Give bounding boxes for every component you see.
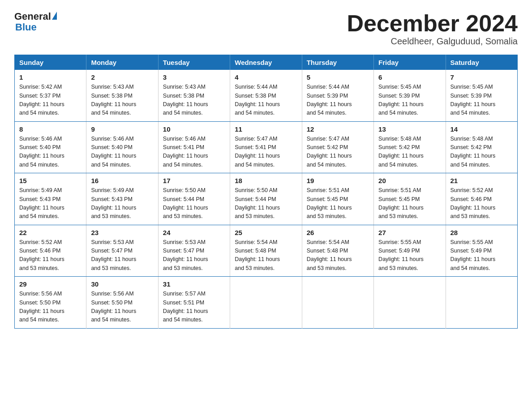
day-info: Sunrise: 5:46 AMSunset: 5:40 PMDaylight:… (19, 136, 64, 168)
day-number: 10 (163, 125, 225, 133)
day-info: Sunrise: 5:51 AMSunset: 5:45 PMDaylight:… (307, 187, 352, 219)
day-number: 17 (163, 177, 225, 184)
day-info: Sunrise: 5:43 AMSunset: 5:38 PMDaylight:… (91, 84, 136, 116)
logo-general-text: General (14, 11, 51, 22)
calendar-week-row: 29 Sunrise: 5:56 AMSunset: 5:50 PMDaylig… (15, 277, 518, 329)
calendar-day-header: Wednesday (230, 55, 302, 70)
logo-triangle-icon (52, 12, 57, 20)
calendar-day-cell: 22 Sunrise: 5:52 AMSunset: 5:46 PMDaylig… (15, 225, 86, 277)
day-info: Sunrise: 5:42 AMSunset: 5:37 PMDaylight:… (19, 84, 64, 116)
calendar-day-cell: 8 Sunrise: 5:46 AMSunset: 5:40 PMDayligh… (15, 121, 86, 173)
calendar-day-cell: 16 Sunrise: 5:49 AMSunset: 5:43 PMDaylig… (86, 173, 158, 225)
day-number: 5 (307, 73, 369, 81)
day-number: 23 (91, 229, 153, 236)
day-info: Sunrise: 5:44 AMSunset: 5:39 PMDaylight:… (307, 84, 352, 116)
day-number: 6 (378, 73, 441, 81)
calendar-day-cell: 12 Sunrise: 5:47 AMSunset: 5:42 PMDaylig… (302, 121, 373, 173)
calendar-day-cell: 25 Sunrise: 5:54 AMSunset: 5:48 PMDaylig… (230, 225, 302, 277)
day-number: 1 (19, 73, 82, 81)
day-info: Sunrise: 5:46 AMSunset: 5:41 PMDaylight:… (163, 136, 208, 168)
calendar-day-cell: 28 Sunrise: 5:55 AMSunset: 5:49 PMDaylig… (446, 225, 517, 277)
page-subtitle: Ceeldheer, Galguduud, Somalia (347, 36, 518, 47)
calendar-day-cell: 14 Sunrise: 5:48 AMSunset: 5:42 PMDaylig… (446, 121, 517, 173)
calendar-day-cell: 3 Sunrise: 5:43 AMSunset: 5:38 PMDayligh… (158, 70, 230, 121)
calendar-day-header: Tuesday (158, 55, 230, 70)
day-number: 25 (235, 229, 297, 236)
day-number: 13 (378, 125, 441, 133)
day-info: Sunrise: 5:55 AMSunset: 5:49 PMDaylight:… (450, 239, 496, 271)
day-number: 9 (91, 125, 153, 133)
day-info: Sunrise: 5:57 AMSunset: 5:51 PMDaylight:… (163, 291, 208, 323)
calendar-day-header: Sunday (15, 55, 86, 70)
day-number: 24 (163, 229, 225, 236)
calendar-day-cell (302, 277, 373, 329)
day-info: Sunrise: 5:44 AMSunset: 5:38 PMDaylight:… (235, 84, 280, 116)
day-number: 26 (307, 229, 369, 236)
day-number: 19 (307, 177, 369, 184)
day-number: 27 (378, 229, 441, 236)
day-number: 11 (235, 125, 297, 133)
logo-blue-text: Blue (15, 22, 37, 32)
day-info: Sunrise: 5:52 AMSunset: 5:46 PMDaylight:… (19, 239, 64, 271)
day-info: Sunrise: 5:53 AMSunset: 5:47 PMDaylight:… (91, 239, 136, 271)
calendar-day-cell: 23 Sunrise: 5:53 AMSunset: 5:47 PMDaylig… (86, 225, 158, 277)
day-info: Sunrise: 5:46 AMSunset: 5:40 PMDaylight:… (91, 136, 136, 168)
day-info: Sunrise: 5:56 AMSunset: 5:50 PMDaylight:… (91, 291, 136, 323)
day-number: 21 (450, 177, 513, 184)
calendar-day-cell: 26 Sunrise: 5:54 AMSunset: 5:48 PMDaylig… (302, 225, 373, 277)
day-info: Sunrise: 5:47 AMSunset: 5:42 PMDaylight:… (307, 136, 352, 168)
calendar-day-cell: 15 Sunrise: 5:49 AMSunset: 5:43 PMDaylig… (15, 173, 86, 225)
calendar-day-cell: 18 Sunrise: 5:50 AMSunset: 5:44 PMDaylig… (230, 173, 302, 225)
day-number: 7 (450, 73, 513, 81)
calendar-day-cell: 4 Sunrise: 5:44 AMSunset: 5:38 PMDayligh… (230, 70, 302, 121)
calendar-day-cell: 19 Sunrise: 5:51 AMSunset: 5:45 PMDaylig… (302, 173, 373, 225)
day-number: 15 (19, 177, 82, 184)
calendar-day-header: Monday (86, 55, 158, 70)
calendar-header-row: SundayMondayTuesdayWednesdayThursdayFrid… (15, 55, 518, 70)
calendar-day-cell: 30 Sunrise: 5:56 AMSunset: 5:50 PMDaylig… (86, 277, 158, 329)
day-number: 3 (163, 73, 225, 81)
day-info: Sunrise: 5:45 AMSunset: 5:39 PMDaylight:… (450, 84, 496, 116)
title-block: December 2024 Ceeldheer, Galguduud, Soma… (347, 11, 518, 47)
day-info: Sunrise: 5:49 AMSunset: 5:43 PMDaylight:… (19, 187, 64, 219)
calendar-header: SundayMondayTuesdayWednesdayThursdayFrid… (15, 55, 518, 70)
day-number: 20 (378, 177, 441, 184)
day-info: Sunrise: 5:47 AMSunset: 5:41 PMDaylight:… (235, 136, 280, 168)
calendar-day-cell: 20 Sunrise: 5:51 AMSunset: 5:45 PMDaylig… (374, 173, 446, 225)
calendar-day-header: Thursday (302, 55, 373, 70)
day-number: 12 (307, 125, 369, 133)
calendar-day-cell: 27 Sunrise: 5:55 AMSunset: 5:49 PMDaylig… (374, 225, 446, 277)
calendar-day-cell: 17 Sunrise: 5:50 AMSunset: 5:44 PMDaylig… (158, 173, 230, 225)
day-info: Sunrise: 5:55 AMSunset: 5:49 PMDaylight:… (378, 239, 424, 271)
calendar-day-cell: 6 Sunrise: 5:45 AMSunset: 5:39 PMDayligh… (374, 70, 446, 121)
day-number: 31 (163, 280, 225, 288)
calendar-day-cell: 5 Sunrise: 5:44 AMSunset: 5:39 PMDayligh… (302, 70, 373, 121)
day-number: 22 (19, 229, 82, 236)
day-number: 18 (235, 177, 297, 184)
day-info: Sunrise: 5:52 AMSunset: 5:46 PMDaylight:… (450, 187, 496, 219)
day-number: 16 (91, 177, 153, 184)
calendar-day-header: Friday (374, 55, 446, 70)
calendar-day-cell (446, 277, 517, 329)
day-info: Sunrise: 5:54 AMSunset: 5:48 PMDaylight:… (307, 239, 352, 271)
day-info: Sunrise: 5:50 AMSunset: 5:44 PMDaylight:… (235, 187, 280, 219)
calendar-day-cell: 1 Sunrise: 5:42 AMSunset: 5:37 PMDayligh… (15, 70, 86, 121)
calendar-day-cell: 24 Sunrise: 5:53 AMSunset: 5:47 PMDaylig… (158, 225, 230, 277)
calendar-day-cell: 2 Sunrise: 5:43 AMSunset: 5:38 PMDayligh… (86, 70, 158, 121)
day-number: 30 (91, 280, 153, 288)
calendar-day-cell: 10 Sunrise: 5:46 AMSunset: 5:41 PMDaylig… (158, 121, 230, 173)
day-number: 29 (19, 280, 82, 288)
day-number: 28 (450, 229, 513, 236)
day-info: Sunrise: 5:56 AMSunset: 5:50 PMDaylight:… (19, 291, 64, 323)
day-info: Sunrise: 5:50 AMSunset: 5:44 PMDaylight:… (163, 187, 208, 219)
calendar-day-cell: 11 Sunrise: 5:47 AMSunset: 5:41 PMDaylig… (230, 121, 302, 173)
day-info: Sunrise: 5:48 AMSunset: 5:42 PMDaylight:… (450, 136, 496, 168)
calendar-day-cell: 21 Sunrise: 5:52 AMSunset: 5:46 PMDaylig… (446, 173, 517, 225)
calendar-body: 1 Sunrise: 5:42 AMSunset: 5:37 PMDayligh… (15, 70, 518, 328)
day-info: Sunrise: 5:51 AMSunset: 5:45 PMDaylight:… (378, 187, 424, 219)
calendar-week-row: 8 Sunrise: 5:46 AMSunset: 5:40 PMDayligh… (15, 121, 518, 173)
calendar-day-cell: 9 Sunrise: 5:46 AMSunset: 5:40 PMDayligh… (86, 121, 158, 173)
day-number: 4 (235, 73, 297, 81)
page-header: General Blue December 2024 Ceeldheer, Ga… (14, 11, 518, 47)
day-number: 2 (91, 73, 153, 81)
